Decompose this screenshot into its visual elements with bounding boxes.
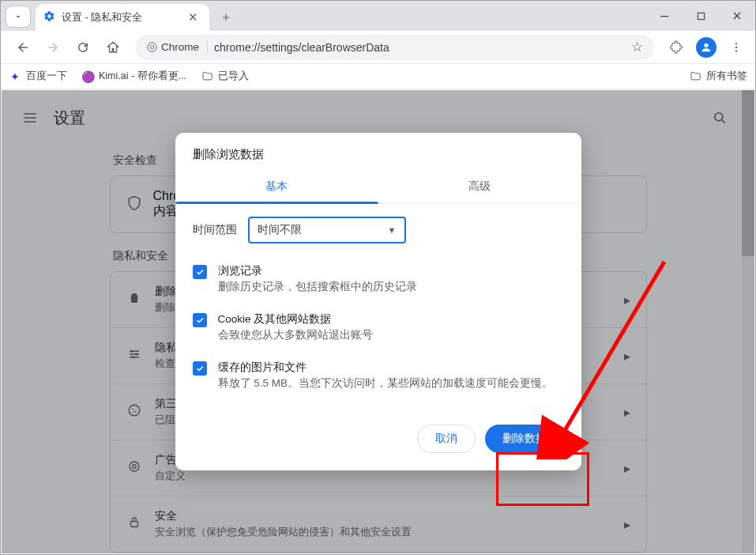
svg-point-7 xyxy=(735,50,737,51)
folder-icon xyxy=(689,70,701,83)
svg-point-2 xyxy=(148,43,156,51)
svg-point-5 xyxy=(735,43,737,44)
menu-button[interactable] xyxy=(724,35,749,60)
cancel-button[interactable]: 取消 xyxy=(417,425,476,453)
svg-rect-1 xyxy=(698,13,704,19)
dialog-tabs: 基本 高级 xyxy=(175,172,581,204)
maximize-button[interactable] xyxy=(683,1,719,31)
browser-tab[interactable]: 设置 - 隐私和安全 ✕ xyxy=(36,4,209,31)
gear-icon xyxy=(43,10,55,25)
address-bar[interactable]: Chrome chrome://settings/clearBrowserDat… xyxy=(135,35,654,60)
home-button[interactable] xyxy=(100,35,126,60)
bookmark-baidu[interactable]: ✦百度一下 xyxy=(9,70,67,83)
tab-search-button[interactable] xyxy=(6,6,31,28)
bookmark-star-icon[interactable]: ☆ xyxy=(631,39,643,55)
window-controls xyxy=(646,1,755,31)
bookmark-folder-imported[interactable]: 已导入 xyxy=(201,70,249,83)
svg-point-6 xyxy=(735,46,737,47)
folder-icon xyxy=(201,70,213,83)
clear-data-button[interactable]: 删除数据 xyxy=(485,425,564,453)
all-bookmarks-button[interactable]: 所有书签 xyxy=(689,70,747,83)
svg-point-4 xyxy=(704,43,708,47)
clear-browsing-data-dialog: 删除浏览数据 基本 高级 时间范围 时间不限 ▼ 浏览记录删除历史记录，包括搜索… xyxy=(175,133,581,470)
bookmark-kimi[interactable]: 🟣Kimi.ai - 帮你看更... xyxy=(81,70,186,83)
option-cookies[interactable]: Cookie 及其他网站数据会致使您从大多数网站退出账号 xyxy=(193,306,564,354)
time-range-select[interactable]: 时间不限 ▼ xyxy=(248,217,406,244)
forward-button[interactable] xyxy=(40,35,66,60)
tab-title: 设置 - 隐私和安全 xyxy=(62,11,179,25)
dialog-title: 删除浏览数据 xyxy=(175,133,581,172)
url-text: chrome://settings/clearBrowserData xyxy=(214,41,625,54)
extensions-button[interactable] xyxy=(664,35,689,60)
checkbox-checked-icon[interactable] xyxy=(193,313,207,327)
close-icon[interactable]: ✕ xyxy=(186,10,200,25)
chevron-down-icon: ▼ xyxy=(388,225,397,235)
avatar-icon: 🟣 xyxy=(81,70,94,83)
paw-icon: ✦ xyxy=(9,70,21,83)
svg-point-3 xyxy=(150,45,153,48)
checkbox-checked-icon[interactable] xyxy=(193,361,207,376)
checkbox-checked-icon[interactable] xyxy=(193,265,207,279)
new-tab-button[interactable] xyxy=(214,6,238,29)
tab-basic[interactable]: 基本 xyxy=(175,172,378,203)
back-button[interactable] xyxy=(10,35,36,60)
minimize-button[interactable] xyxy=(646,1,683,31)
tab-advanced[interactable]: 高级 xyxy=(378,172,581,203)
option-browsing-history[interactable]: 浏览记录删除历史记录，包括搜索框中的历史记录 xyxy=(193,258,564,306)
option-cache[interactable]: 缓存的图片和文件释放了 5.5 MB。当您下次访问时，某些网站的加载速度可能会更… xyxy=(193,354,564,402)
profile-button[interactable] xyxy=(694,35,719,60)
browser-toolbar: Chrome chrome://settings/clearBrowserDat… xyxy=(1,31,755,64)
svg-rect-0 xyxy=(660,16,668,17)
reload-button[interactable] xyxy=(70,35,96,60)
title-bar: 设置 - 隐私和安全 ✕ xyxy=(1,1,755,31)
site-chip: Chrome xyxy=(146,41,208,53)
time-range-label: 时间范围 xyxy=(193,223,237,237)
bookmarks-bar: ✦百度一下 🟣Kimi.ai - 帮你看更... 已导入 所有书签 xyxy=(1,64,755,89)
close-window-button[interactable] xyxy=(719,1,755,31)
